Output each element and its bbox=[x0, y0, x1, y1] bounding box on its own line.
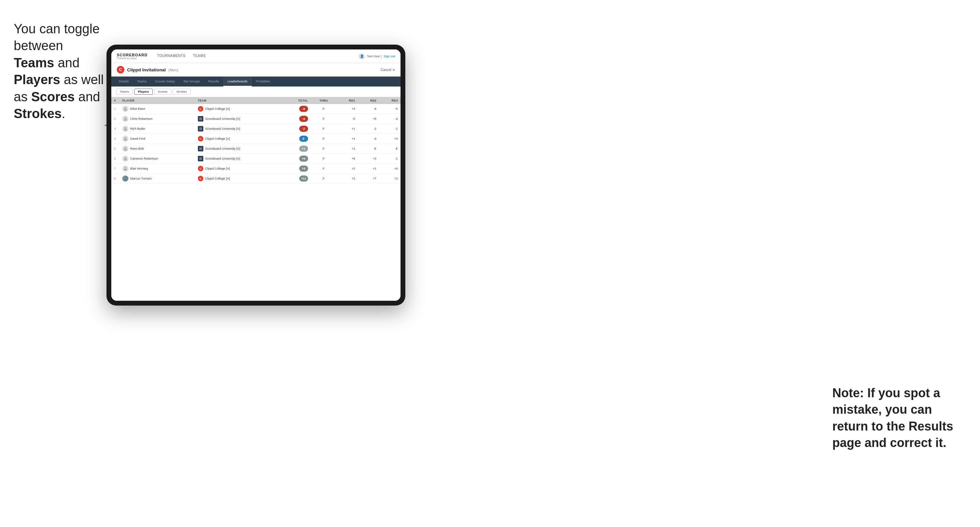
player-team-cell: Scoreboard University [A] bbox=[195, 144, 283, 154]
player-rank: 5 bbox=[111, 144, 119, 154]
player-rd1: +1 bbox=[337, 144, 358, 154]
player-name: Rees Britt bbox=[130, 147, 144, 150]
col-player: PLAYER bbox=[119, 97, 195, 104]
player-rd1: +2 bbox=[337, 174, 358, 184]
player-rd1: +1 bbox=[337, 134, 358, 144]
player-name: David Ford bbox=[130, 137, 145, 140]
player-thru: F bbox=[311, 114, 337, 124]
sub-tabs: Details Teams Course Setup Tee Groups Re… bbox=[111, 76, 401, 87]
score-badge: +6 bbox=[299, 156, 308, 162]
col-team: TEAM bbox=[195, 97, 283, 104]
nav-items: TOURNAMENTS TEAMS bbox=[154, 49, 359, 63]
player-name-cell: 🏌Marcus Turners bbox=[119, 174, 195, 184]
tab-printables[interactable]: Printables bbox=[252, 76, 274, 87]
player-name-cell: Elliot Ebert bbox=[119, 104, 195, 114]
player-total: +11 bbox=[282, 174, 310, 184]
player-name: Elliot Ebert bbox=[130, 107, 145, 111]
player-rank: 7 bbox=[111, 164, 119, 174]
player-rd3: -5 bbox=[379, 104, 401, 114]
player-avatar bbox=[122, 116, 129, 122]
tab-teams[interactable]: Teams bbox=[133, 76, 151, 87]
svg-point-6 bbox=[125, 137, 126, 139]
left-annotation: You can toggle between Teams and Players… bbox=[14, 21, 107, 122]
player-name: Chris Robertson bbox=[130, 117, 153, 121]
player-avatar bbox=[122, 156, 129, 162]
col-rank: # bbox=[111, 97, 119, 104]
player-avatar bbox=[122, 136, 129, 142]
player-rd2: -6 bbox=[358, 104, 379, 114]
team-name: Scoreboard University [A] bbox=[205, 157, 240, 160]
table-row: 3Rich ButlerScoreboard University [A]-2F… bbox=[111, 124, 401, 134]
player-avatar bbox=[122, 146, 129, 152]
svg-point-2 bbox=[125, 117, 126, 119]
player-rd1: +3 bbox=[337, 104, 358, 114]
player-total: +6 bbox=[282, 154, 310, 164]
nav-teams[interactable]: TEAMS bbox=[189, 49, 209, 63]
team-name: Scoreboard University [A] bbox=[205, 147, 240, 150]
player-rank: 3 bbox=[111, 124, 119, 134]
player-rank: 2 bbox=[111, 114, 119, 124]
tab-course-setup[interactable]: Course Setup bbox=[151, 76, 179, 87]
toggle-strokes[interactable]: Strokes bbox=[173, 89, 191, 95]
user-icon: 👤 bbox=[359, 53, 365, 59]
tournament-title-area: C Clippd Invitational (Men) bbox=[117, 66, 178, 73]
toggle-players[interactable]: Players bbox=[134, 89, 153, 95]
player-name: Marcus Turners bbox=[130, 177, 152, 180]
team-badge-icon: C bbox=[198, 106, 204, 111]
score-badge: -2 bbox=[299, 125, 308, 132]
player-avatar: 🏌 bbox=[122, 175, 129, 182]
col-rd1: RD1 bbox=[337, 97, 358, 104]
tab-results[interactable]: Results bbox=[204, 76, 223, 87]
player-team-cell: CClippd College [A] bbox=[195, 164, 283, 174]
nav-tournaments[interactable]: TOURNAMENTS bbox=[154, 49, 189, 63]
tab-leaderboards[interactable]: Leaderboards bbox=[223, 76, 252, 87]
score-badge: +11 bbox=[299, 175, 308, 182]
player-name-cell: Blair McHarg bbox=[119, 164, 195, 174]
player-thru: F bbox=[311, 124, 337, 134]
toggle-row: Teams Players Scores Strokes bbox=[111, 87, 401, 97]
player-rd2: +5 bbox=[358, 114, 379, 124]
svg-rect-5 bbox=[199, 127, 202, 130]
player-name-cell: Chris Robertson bbox=[119, 114, 195, 124]
team-name: Clippd College [A] bbox=[205, 137, 230, 140]
player-total: -8 bbox=[282, 104, 310, 114]
player-rd2: +2 bbox=[358, 154, 379, 164]
player-avatar bbox=[122, 165, 129, 171]
player-rd3: -1 bbox=[379, 124, 401, 134]
sign-out-link[interactable]: Sign out bbox=[384, 55, 395, 58]
toggle-teams[interactable]: Teams bbox=[116, 89, 133, 95]
col-rd2: RD2 bbox=[358, 97, 379, 104]
team-badge-icon: C bbox=[198, 176, 204, 181]
team-badge-icon bbox=[198, 126, 204, 132]
player-rd3: -4 bbox=[379, 114, 401, 124]
player-team-cell: Scoreboard University [A] bbox=[195, 124, 283, 134]
logo-sub: Powered by clippd bbox=[117, 57, 147, 59]
player-rank: 8 bbox=[111, 174, 119, 184]
logo-area: SCOREBOARD Powered by clippd bbox=[117, 53, 147, 59]
table-row: 5Rees BrittScoreboard University [A]+1F+… bbox=[111, 144, 401, 154]
player-name-cell: Rees Britt bbox=[119, 144, 195, 154]
player-name-cell: David Ford bbox=[119, 134, 195, 144]
tab-tee-groups[interactable]: Tee Groups bbox=[179, 76, 204, 87]
tournament-gender: (Men) bbox=[168, 68, 178, 72]
players-table: # PLAYER TEAM TOTAL THRU RD1 RD2 RD3 1El… bbox=[111, 97, 401, 184]
player-team-cell: CClippd College [A] bbox=[195, 104, 283, 114]
cancel-button[interactable]: Cancel ✕ bbox=[380, 68, 395, 72]
tournament-title-text: Clippd Invitational bbox=[127, 67, 166, 73]
player-name: Cameron Robertson bbox=[130, 157, 158, 160]
score-badge: +1 bbox=[299, 146, 308, 152]
score-badge: +8 bbox=[299, 165, 308, 171]
toggle-scores[interactable]: Scores bbox=[154, 89, 172, 95]
player-rd2: -4 bbox=[358, 134, 379, 144]
player-team-cell: CClippd College [A] bbox=[195, 174, 283, 184]
score-badge: -4 bbox=[299, 116, 308, 122]
team-badge-icon bbox=[198, 116, 204, 122]
tab-details[interactable]: Details bbox=[115, 76, 133, 87]
right-annotation: Note: If you spot a mistake, you can ret… bbox=[832, 385, 963, 451]
table-row: 2Chris RobertsonScoreboard University [A… bbox=[111, 114, 401, 124]
player-total: -2 bbox=[282, 124, 310, 134]
player-total: -4 bbox=[282, 114, 310, 124]
player-rd1: -5 bbox=[337, 114, 358, 124]
player-rd3: +6 bbox=[379, 164, 401, 174]
logo-text: SCOREBOARD bbox=[117, 53, 147, 57]
